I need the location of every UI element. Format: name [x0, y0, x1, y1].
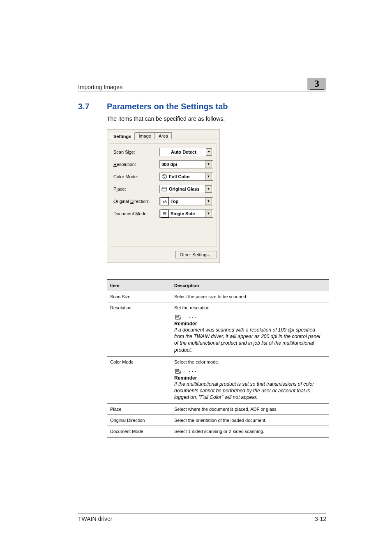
- section-heading: 3.7 Parameters on the Settings tab: [78, 102, 326, 111]
- item-cell: Original Direction: [107, 415, 171, 426]
- original-direction-label: Original Direction:: [113, 199, 159, 204]
- palette-icon: [161, 174, 167, 180]
- reminder-title: Reminder: [174, 321, 325, 327]
- glass-icon: [161, 186, 167, 192]
- page-footer: TWAIN driver 3-12: [78, 514, 326, 522]
- chevron-down-icon: ▼: [205, 198, 212, 205]
- resolution-select[interactable]: 300 dpi ▼: [159, 160, 213, 168]
- chevron-down-icon: ▼: [205, 161, 212, 168]
- scan-size-label: Scan Size:: [113, 150, 159, 154]
- item-cell: Place: [107, 404, 171, 415]
- chapter-badge: 3: [307, 78, 326, 90]
- parameters-table: Item Description Scan SizeSelect the pap…: [107, 279, 329, 438]
- original-direction-select[interactable]: aA Top ▼: [159, 197, 213, 205]
- item-cell: Resolution: [107, 302, 171, 357]
- settings-panel: Settings Image Area Scan Size: Auto Dete…: [107, 129, 220, 263]
- footer-page-number: 3-12: [315, 516, 326, 522]
- item-cell: Scan Size: [107, 291, 171, 302]
- reminder-body: If a document was scanned with a resolut…: [174, 327, 325, 353]
- resolution-label: Resolution:: [113, 162, 159, 167]
- item-cell: Document Mode: [107, 426, 171, 438]
- section-intro: The items that can be specified are as f…: [107, 115, 326, 122]
- chevron-down-icon: ▼: [205, 185, 212, 193]
- description-cell: Select 1-sided scanning or 2-sided scann…: [171, 426, 329, 438]
- svg-point-2: [165, 175, 166, 177]
- document-mode-label: Document Mode:: [113, 211, 159, 216]
- single-side-icon: [161, 210, 169, 218]
- chevron-down-icon: ▼: [205, 173, 212, 180]
- reminder-body: If the multifunctional product is set so…: [174, 381, 325, 401]
- section-number: 3.7: [78, 102, 107, 111]
- section-title: Parameters on the Settings tab: [107, 102, 228, 111]
- tab-area[interactable]: Area: [155, 132, 172, 139]
- footer-product: TWAIN driver: [78, 516, 112, 522]
- description-cell: Select the paper size to be scanned.: [171, 291, 329, 302]
- table-row: Scan SizeSelect the paper size to be sca…: [107, 291, 329, 302]
- description-cell: Select the orientation of the loaded doc…: [171, 415, 329, 426]
- col-header-description: Description: [171, 280, 329, 291]
- tab-settings[interactable]: Settings: [110, 133, 135, 140]
- table-row: ResolutionSet the resolution....Reminder…: [107, 302, 329, 357]
- table-row: PlaceSelect where the document is placed…: [107, 404, 329, 415]
- panel-tab-strip: Settings Image Area: [110, 132, 217, 139]
- svg-point-0: [162, 175, 167, 179]
- col-header-item: Item: [107, 280, 171, 291]
- chevron-down-icon: ▼: [206, 148, 212, 156]
- reminder-title: Reminder: [174, 375, 325, 381]
- orientation-icon: aA: [161, 197, 169, 205]
- svg-point-3: [164, 177, 165, 178]
- place-label: Place:: [113, 187, 159, 191]
- item-cell: Color Mode: [107, 356, 171, 404]
- document-mode-select[interactable]: Single Side ▼: [159, 210, 213, 218]
- page-header: Importing Images 3: [78, 78, 326, 92]
- color-mode-label: Color Mode:: [113, 174, 159, 179]
- svg-point-1: [163, 175, 164, 177]
- color-mode-select[interactable]: Full Color ▼: [159, 173, 213, 181]
- description-cell: Set the resolution....ReminderIf a docum…: [171, 302, 329, 357]
- table-row: Original DirectionSelect the orientation…: [107, 415, 329, 426]
- place-select[interactable]: Original Glass ▼: [159, 185, 213, 193]
- settings-form: Scan Size: Auto Detect ▼ Resolution: 300…: [110, 143, 217, 247]
- description-cell: Select the color mode....ReminderIf the …: [171, 356, 329, 404]
- chevron-down-icon: ▼: [205, 210, 212, 217]
- scan-size-select[interactable]: Auto Detect ▼: [159, 148, 213, 156]
- table-row: Color ModeSelect the color mode....Remin…: [107, 356, 329, 404]
- table-row: Document ModeSelect 1-sided scanning or …: [107, 426, 329, 438]
- svg-rect-4: [162, 188, 167, 191]
- header-title: Importing Images: [78, 84, 122, 90]
- svg-marker-5: [162, 187, 167, 188]
- other-settings-button[interactable]: Other Settings...: [175, 251, 217, 258]
- description-cell: Select where the document is placed, ADF…: [171, 404, 329, 415]
- tab-image[interactable]: Image: [135, 132, 155, 139]
